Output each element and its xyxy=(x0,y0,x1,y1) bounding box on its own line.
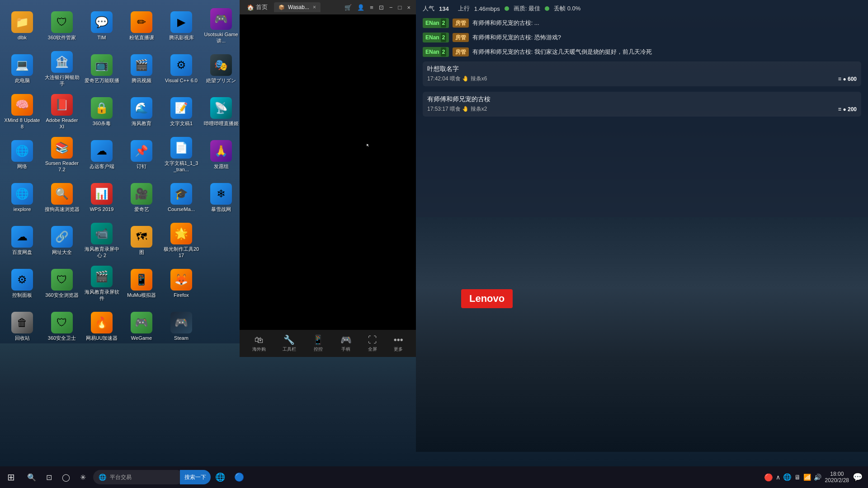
desktop-icon-steam[interactable]: 🎮Steam xyxy=(161,305,201,348)
search-button[interactable]: 🔍 xyxy=(23,466,41,488)
desktop-icon-coursemaker[interactable]: 🎓CourseMa... xyxy=(161,176,201,219)
desktop-icon-bank[interactable]: 🏦大连银行网银助手 xyxy=(42,47,82,90)
desktop-icon-usotsuki[interactable]: 🎮Usotsuki Game 讲... xyxy=(201,5,241,47)
task-view-button[interactable]: ⊡ xyxy=(42,466,57,488)
desktop-icon-jiguang[interactable]: 🌟极光制作工具2017 xyxy=(161,219,201,262)
gift-giver-2: 有师傅和师兄宠的古桉 xyxy=(427,95,857,103)
close-button[interactable]: × xyxy=(405,3,412,12)
search-submit-button[interactable]: 搜索一下 xyxy=(180,470,211,484)
desktop-icon-tencent-video2[interactable]: 🎬腾讯视频 xyxy=(122,47,161,90)
browser-tab-home[interactable]: 🏠 首页 xyxy=(243,1,271,13)
desktop-icon-baidu-pan[interactable]: ☁百度网盘 xyxy=(2,219,42,262)
toolbar-item-1[interactable]: 🔧工具栏 xyxy=(283,334,296,352)
notification-button[interactable]: 💬 xyxy=(853,472,863,482)
desktop-icon-ie[interactable]: 🌐iexplore xyxy=(2,176,42,219)
resize-icon[interactable]: ⊡ xyxy=(377,3,386,12)
desktop-icon-aiqiyi[interactable]: 🎥爱奇艺 xyxy=(122,176,161,219)
desktop-icon-wangzhi[interactable]: 🔗网址大全 xyxy=(42,219,82,262)
desktop-icon-haifeng[interactable]: 🌊海风教育 xyxy=(122,90,161,133)
desktop-icon-dlbk[interactable]: 📁dlbk xyxy=(2,5,42,47)
icon-label-aiqiyi: 爱奇艺 xyxy=(134,206,149,212)
close-tab-button[interactable]: × xyxy=(313,4,316,10)
desktop-icon-360-guard[interactable]: 🛡360安全卫士 xyxy=(42,305,82,348)
cart-icon[interactable]: 🛒 xyxy=(343,3,354,12)
icon-img-wenzhang1: 📝 xyxy=(170,97,192,119)
icon-label-360-browser: 360安全浏览器 xyxy=(45,292,78,298)
desktop-icon-bibi[interactable]: 📡哔哩哔哩直播姬 xyxy=(201,90,241,133)
desktop-icon-zekkou[interactable]: 🎭絶望プリズン xyxy=(201,47,241,90)
desktop-icon-wenzhang1[interactable]: 📝文字文稿1 xyxy=(161,90,201,133)
desktop-icon-sougou[interactable]: 🔍搜狗高速浏览器 xyxy=(42,176,82,219)
icon-label-haifeng: 海风教育 xyxy=(132,121,151,127)
desktop-icon-aliyun[interactable]: ☁ゐ远客户端 xyxy=(82,133,122,176)
desktop-icon-sursen[interactable]: 📚Sursen Reader 7.2 xyxy=(42,133,82,176)
fan-button[interactable]: ✳ xyxy=(75,466,90,488)
chat-message-2: ENan 2 房管 有师傅和师兄宠的古桉: 恐怖游戏? xyxy=(423,33,861,42)
desktop-icon-wegame[interactable]: 🎮WeGame xyxy=(122,305,161,348)
icon-img-sursen: 📚 xyxy=(51,137,73,159)
desktop-icon-firefox[interactable]: 🦊Firefox xyxy=(161,262,201,305)
toolbar-item-3[interactable]: 🎮手柄 xyxy=(340,334,352,352)
taskbar-app-bilibili[interactable]: 🔵 xyxy=(231,467,248,487)
taskbar-search-bar[interactable]: 🌐 平台交易 xyxy=(93,470,184,484)
desktop-icon-placeholder1[interactable] xyxy=(201,219,241,262)
desktop-icon-360kill[interactable]: 🔒360杀毒 xyxy=(82,90,122,133)
desktop-icon-placeholder2[interactable] xyxy=(201,262,241,305)
icon-label-haifeng-record: 海风教育录屏软件 xyxy=(84,289,120,301)
menu-icon[interactable]: ≡ xyxy=(368,3,375,12)
icon-label-baidu-pan: 百度网盘 xyxy=(12,249,32,255)
icon-label-sursen: Sursen Reader 7.2 xyxy=(44,160,80,172)
icon-img-mumu: 📱 xyxy=(131,269,152,291)
start-button[interactable]: ⊞ xyxy=(0,466,22,488)
taskbar-app-ie[interactable]: 🌐 xyxy=(212,467,229,487)
desktop-icon-mumu[interactable]: 📱MuMu模拟器 xyxy=(122,262,161,305)
browser-tab-active[interactable]: 📦 Wasab... × xyxy=(274,2,321,12)
desktop-icon-haifeng-screen[interactable]: 📹海风教育录屏中心 2 xyxy=(82,219,122,262)
icon-img-dingding: 📌 xyxy=(131,140,152,162)
toolbar-item-0[interactable]: 🛍海外购 xyxy=(252,335,266,352)
tray-wifi-icon[interactable]: 📶 xyxy=(803,474,811,481)
icon-label-adobe: Adobe Reader XI xyxy=(44,117,80,129)
icon-img-wangzhi: 🔗 xyxy=(51,226,73,248)
desktop-icon-computer[interactable]: 💻此电脑 xyxy=(2,47,42,90)
desktop-icon-xmind[interactable]: 🧠XMind 8 Update 8 xyxy=(2,90,42,133)
toolbar-item-4[interactable]: ⛶全屏 xyxy=(368,335,377,352)
tray-sound-icon[interactable]: 🔊 xyxy=(814,474,821,481)
toolbar-item-2[interactable]: 📱控控 xyxy=(312,334,324,352)
tray-chevron[interactable]: ∧ xyxy=(776,474,780,481)
desktop-icon-wangyi[interactable]: 🔥网易UU加速器 xyxy=(82,305,122,348)
icon-img-recycle: 🗑 xyxy=(11,312,33,333)
maximize-button[interactable]: □ xyxy=(396,3,404,12)
desktop-icon-adobe[interactable]: 📕Adobe Reader XI xyxy=(42,90,82,133)
search-btn-label: 搜索一下 xyxy=(184,474,206,481)
desktop-icon-vcpp[interactable]: ⚙Visual C++ 6.0 xyxy=(161,47,201,90)
desktop-icon-360manager[interactable]: 🛡360软件管家 xyxy=(42,5,82,47)
cortana-button[interactable]: ◯ xyxy=(57,466,75,488)
desktop-icon-ai-waneng[interactable]: 📺爱奇艺万能联播 xyxy=(82,47,122,90)
icon-label-coursemaker: CourseMa... xyxy=(168,206,195,212)
desktop-icon-fenbi[interactable]: ✏粉笔直播课 xyxy=(122,5,161,47)
desktop-icon-wenzhang2[interactable]: 📄文字文稿1_1_3_tran... xyxy=(161,133,201,176)
minimize-button[interactable]: − xyxy=(387,3,395,12)
desktop-icon-fayuanzu[interactable]: 🙏发愿组 xyxy=(201,133,241,176)
icon-img-tim: 💬 xyxy=(91,11,113,33)
desktop-icon-baoxue[interactable]: ❄暴雪战网 xyxy=(201,176,241,219)
desktop-icon-network[interactable]: 🌐网络 xyxy=(2,133,42,176)
desktop-icon-360-browser[interactable]: 🛡360安全浏览器 xyxy=(42,262,82,305)
desktop-icon-tencent-video[interactable]: ▶腾讯影视库 xyxy=(161,5,201,47)
taskbar-clock[interactable]: 18:00 2020/2/28 xyxy=(825,471,849,483)
desktop-icon-map[interactable]: 🗺图 xyxy=(122,219,161,262)
desktop-icon-haifeng-record[interactable]: 🎬海风教育录屏软件 xyxy=(82,262,122,305)
tray-ie-icon[interactable]: 🌐 xyxy=(783,473,792,481)
toolbar-item-5[interactable]: •••更多 xyxy=(394,335,403,352)
tray-network-icon[interactable]: 🖥 xyxy=(794,474,801,481)
tray-app-icon[interactable]: 🔴 xyxy=(764,473,773,482)
desktop-icon-wps[interactable]: 📊WPS 2019 xyxy=(82,176,122,219)
icon-label-steam: Steam xyxy=(174,335,189,341)
desktop-icon-tim[interactable]: 💬TIM xyxy=(82,5,122,47)
user-icon[interactable]: 👤 xyxy=(355,3,366,12)
desktop-icon-recycle[interactable]: 🗑回收站 xyxy=(2,305,42,348)
desktop-icon-dingding[interactable]: 📌订钉 xyxy=(122,133,161,176)
icon-img-aliyun: ☁ xyxy=(91,140,113,162)
desktop-icon-control-panel[interactable]: ⚙控制面板 xyxy=(2,262,42,305)
